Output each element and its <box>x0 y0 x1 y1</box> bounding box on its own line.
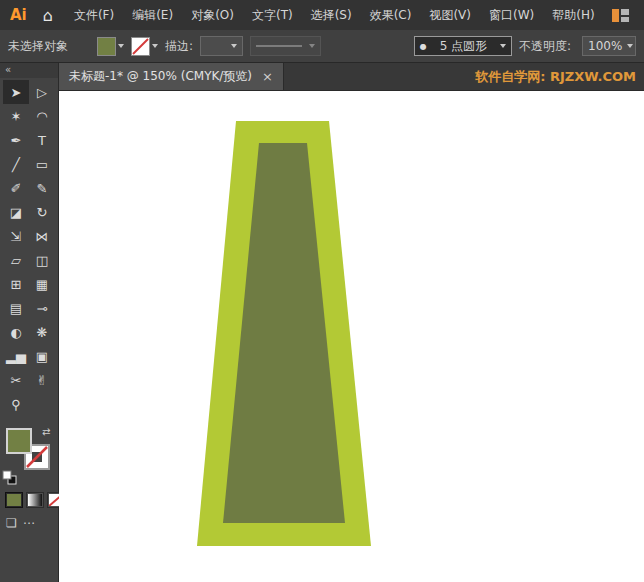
tab-bar: 未标题-1* @ 150% (CMYK/预览) × 软件自学网: RJZXW.C… <box>59 63 644 91</box>
color-type-buttons <box>0 488 58 510</box>
stroke-none-icon <box>131 37 150 56</box>
symbol-sprayer-tool[interactable]: ❋ <box>29 320 55 344</box>
opacity-select[interactable]: 100% <box>582 36 636 56</box>
fill-swatch-color <box>98 38 115 55</box>
direct-selection-tool[interactable]: ▷ <box>29 80 55 104</box>
toolbar-bottom-buttons: ❏⋯ <box>0 510 58 536</box>
fill-indicator[interactable] <box>6 428 32 454</box>
close-icon[interactable]: × <box>262 69 273 84</box>
gradient-tool[interactable]: ▤ <box>3 296 29 320</box>
fill-indicator-color <box>8 430 30 452</box>
slice-tool[interactable]: ✂ <box>3 368 29 392</box>
color-button[interactable] <box>5 492 23 508</box>
column-graph-tool[interactable]: ▂▅ <box>3 344 29 368</box>
menu-help[interactable]: 帮助(H) <box>543 0 603 30</box>
paintbrush-tool[interactable]: ✐ <box>3 176 29 200</box>
stroke-weight-select[interactable] <box>200 36 243 56</box>
menu-select[interactable]: 选择(S) <box>302 0 361 30</box>
chevron-down-icon <box>309 44 315 48</box>
control-bar: 未选择对象 描边: ● 5 点圆形 不透明度: <box>0 30 644 63</box>
opacity-label: 不透明度: <box>519 38 571 55</box>
rotate-tool[interactable]: ↻ <box>29 200 55 224</box>
chevron-down-icon <box>231 44 237 48</box>
default-fill-stroke-icon[interactable] <box>2 470 17 485</box>
document-area: 未标题-1* @ 150% (CMYK/预览) × 软件自学网: RJZXW.C… <box>59 63 644 582</box>
work-area: « ➤▷✶◠✒T╱▭✐✎◪↻⇲⋈▱◫⊞▦▤⊸◐❋▂▅▣✂✌⚲ ⇄ <box>0 63 644 582</box>
opacity-value: 100% <box>588 39 622 53</box>
brush-dot-icon: ● <box>420 42 427 51</box>
brush-select[interactable]: ● 5 点圆形 <box>414 36 512 56</box>
artboard-tool[interactable]: ▣ <box>29 344 55 368</box>
shape-builder-tool[interactable]: ◫ <box>29 248 55 272</box>
menu-type[interactable]: 文字(T) <box>243 0 302 30</box>
swap-fill-stroke-icon[interactable]: ⇄ <box>42 426 50 437</box>
mesh-tool[interactable]: ▦ <box>29 272 55 296</box>
toolbar-collapse-button[interactable]: « <box>0 63 58 78</box>
gradient-icon <box>28 494 42 506</box>
menu-items: 文件(F)编辑(E)对象(O)文字(T)选择(S)效果(C)视图(V)窗口(W)… <box>65 0 604 30</box>
menu-file[interactable]: 文件(F) <box>65 0 123 30</box>
menu-object[interactable]: 对象(O) <box>182 0 243 30</box>
screen-mode-button[interactable]: ⋯ <box>23 516 35 530</box>
fill-color-swatch[interactable] <box>97 37 124 56</box>
app-logo: Ai <box>0 6 37 24</box>
chevron-down-icon <box>152 44 158 48</box>
menu-bar: Ai ⌂ 文件(F)编辑(E)对象(O)文字(T)选择(S)效果(C)视图(V)… <box>0 0 644 31</box>
home-icon[interactable]: ⌂ <box>37 6 65 25</box>
pen-tool[interactable]: ✒ <box>3 128 29 152</box>
free-transform-tool[interactable]: ▱ <box>3 248 29 272</box>
fill-stroke-widget: ⇄ <box>0 426 58 488</box>
canvas[interactable] <box>59 91 644 582</box>
scale-tool[interactable]: ⇲ <box>3 224 29 248</box>
width-tool[interactable]: ⋈ <box>29 224 55 248</box>
eraser-tool[interactable]: ◪ <box>3 200 29 224</box>
drawing-mode-button[interactable]: ❏ <box>6 516 17 530</box>
hand-tool[interactable]: ✌ <box>29 368 55 392</box>
line-segment-tool[interactable]: ╱ <box>3 152 29 176</box>
watermark: 软件自学网: RJZXW.COM <box>475 68 644 86</box>
lasso-tool[interactable]: ◠ <box>29 104 55 128</box>
menu-edit[interactable]: 编辑(E) <box>123 0 182 30</box>
tool-grid: ➤▷✶◠✒T╱▭✐✎◪↻⇲⋈▱◫⊞▦▤⊸◐❋▂▅▣✂✌⚲ <box>0 78 58 416</box>
document-tab-title: 未标题-1* @ 150% (CMYK/预览) <box>69 68 252 85</box>
tools-panel: « ➤▷✶◠✒T╱▭✐✎◪↻⇲⋈▱◫⊞▦▤⊸◐❋▂▅▣✂✌⚲ ⇄ <box>0 63 59 582</box>
chevron-down-icon <box>118 44 124 48</box>
selection-tool[interactable]: ➤ <box>3 80 29 104</box>
blend-tool[interactable]: ◐ <box>3 320 29 344</box>
chevron-down-icon <box>500 44 506 48</box>
perspective-grid-tool[interactable]: ⊞ <box>3 272 29 296</box>
gradient-button[interactable] <box>26 492 44 508</box>
brush-name: 5 点圆形 <box>440 38 487 55</box>
pencil-tool[interactable]: ✎ <box>29 176 55 200</box>
menu-view[interactable]: 视图(V) <box>420 0 480 30</box>
menu-window[interactable]: 窗口(W) <box>480 0 543 30</box>
rectangle-tool[interactable]: ▭ <box>29 152 55 176</box>
eyedropper-tool[interactable]: ⊸ <box>29 296 55 320</box>
illustrator-window: Ai ⌂ 文件(F)编辑(E)对象(O)文字(T)选择(S)效果(C)视图(V)… <box>0 0 644 582</box>
width-profile-select[interactable] <box>250 36 321 56</box>
selection-status: 未选择对象 <box>8 38 68 55</box>
magic-wand-tool[interactable]: ✶ <box>3 104 29 128</box>
stroke-label: 描边: <box>165 38 193 55</box>
stroke-color-swatch[interactable] <box>131 37 158 56</box>
width-profile-preview <box>256 45 302 47</box>
menu-effect[interactable]: 效果(C) <box>361 0 421 30</box>
chevron-down-icon <box>627 44 633 48</box>
workspace-switcher-icon[interactable] <box>612 8 630 23</box>
zoom-tool[interactable]: ⚲ <box>3 392 29 416</box>
document-tab[interactable]: 未标题-1* @ 150% (CMYK/预览) × <box>59 63 284 90</box>
fill-swatch-icon <box>97 37 116 56</box>
type-tool[interactable]: T <box>29 128 55 152</box>
artwork-svg <box>59 91 644 582</box>
